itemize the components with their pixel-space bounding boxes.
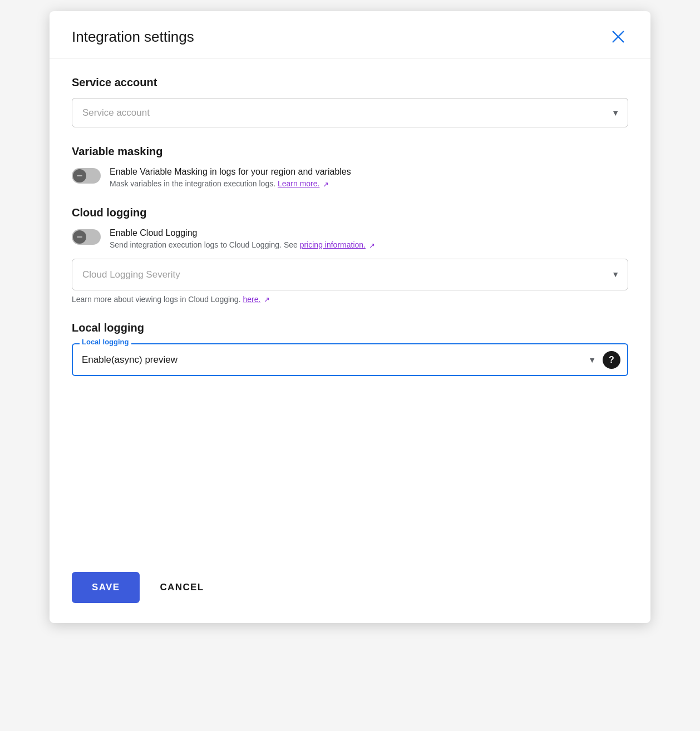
cloud-logging-pricing-ext-icon: ↗ xyxy=(369,241,375,250)
cloud-logging-title: Cloud logging xyxy=(72,206,628,219)
cloud-logging-section: Cloud logging Enable Cloud Logging Sen xyxy=(72,206,628,304)
cloud-logging-severity-wrapper: Cloud Logging Severity ▼ Learn more abou… xyxy=(72,259,628,304)
cloud-logging-toggle-thumb xyxy=(73,230,86,244)
service-account-select[interactable]: Service account xyxy=(72,98,628,127)
variable-masking-label-block: Enable Variable Masking in logs for your… xyxy=(110,167,628,189)
local-logging-help-button[interactable]: ? xyxy=(603,351,620,369)
variable-masking-section: Variable masking Enable Variable Masking… xyxy=(72,145,628,189)
variable-masking-label: Enable Variable Masking in logs for your… xyxy=(110,167,628,177)
variable-masking-toggle-wrapper[interactable] xyxy=(72,168,101,184)
variable-masking-ext-icon: ↗ xyxy=(323,180,329,189)
cloud-logging-sublabel: Send integration execution logs to Cloud… xyxy=(110,240,628,250)
service-account-title: Service account xyxy=(72,76,628,89)
variable-masking-toggle[interactable] xyxy=(72,168,101,184)
cloud-logging-severity-select-wrapper: Cloud Logging Severity ▼ xyxy=(72,259,628,290)
cloud-logging-toggle-track xyxy=(72,229,101,245)
cancel-button[interactable]: CANCEL xyxy=(149,572,215,603)
save-button[interactable]: SAVE xyxy=(72,572,140,603)
integration-settings-dialog: Integration settings Service account Ser… xyxy=(50,11,650,623)
cloud-logging-toggle-inner xyxy=(77,236,82,238)
variable-masking-title: Variable masking xyxy=(72,145,628,158)
close-icon xyxy=(610,29,626,45)
cloud-logging-label: Enable Cloud Logging xyxy=(110,228,628,238)
severity-helper-text: Learn more about viewing logs in Cloud L… xyxy=(72,295,241,304)
close-button[interactable] xyxy=(608,27,628,47)
variable-masking-sublabel-text: Mask variables in the integration execut… xyxy=(110,179,275,188)
dialog-header: Integration settings xyxy=(50,11,650,58)
cloud-logging-toggle-row: Enable Cloud Logging Send integration ex… xyxy=(72,228,628,250)
variable-masking-learn-more-link[interactable]: Learn more. xyxy=(278,179,319,188)
cloud-logging-sublabel-text: Send integration execution logs to Cloud… xyxy=(110,240,298,249)
local-logging-select[interactable]: Enable(async) preview xyxy=(80,349,581,371)
cloud-logging-here-ext-icon: ↗ xyxy=(264,295,270,304)
dialog-body: Service account Service account ▼ Variab… xyxy=(50,58,650,561)
local-logging-arrow-icon: ▼ xyxy=(588,355,596,364)
cloud-logging-here-link[interactable]: here. xyxy=(243,295,260,304)
variable-masking-toggle-thumb xyxy=(73,169,86,182)
local-logging-fieldset: Local logging Enable(async) preview ▼ ? xyxy=(72,343,628,376)
dialog-footer: SAVE CANCEL xyxy=(50,561,650,623)
variable-masking-toggle-track xyxy=(72,168,101,184)
cloud-logging-severity-helper: Learn more about viewing logs in Cloud L… xyxy=(72,295,628,304)
variable-masking-toggle-inner xyxy=(77,175,82,176)
cloud-logging-pricing-link[interactable]: pricing information. xyxy=(300,240,366,249)
cloud-logging-severity-select[interactable]: Cloud Logging Severity xyxy=(72,259,628,290)
variable-masking-toggle-row: Enable Variable Masking in logs for your… xyxy=(72,167,628,189)
dialog-title: Integration settings xyxy=(72,28,194,46)
local-logging-title: Local logging xyxy=(72,322,628,334)
cloud-logging-toggle[interactable] xyxy=(72,229,101,245)
service-account-section: Service account Service account ▼ xyxy=(72,76,628,127)
local-logging-select-row: Enable(async) preview ▼ ? xyxy=(80,349,620,371)
variable-masking-sublabel: Mask variables in the integration execut… xyxy=(110,179,628,189)
local-logging-legend: Local logging xyxy=(80,338,131,346)
cloud-logging-toggle-wrapper[interactable] xyxy=(72,229,101,245)
service-account-select-wrapper: Service account ▼ xyxy=(72,98,628,127)
local-logging-section: Local logging Local logging Enable(async… xyxy=(72,322,628,376)
cloud-logging-label-block: Enable Cloud Logging Send integration ex… xyxy=(110,228,628,250)
